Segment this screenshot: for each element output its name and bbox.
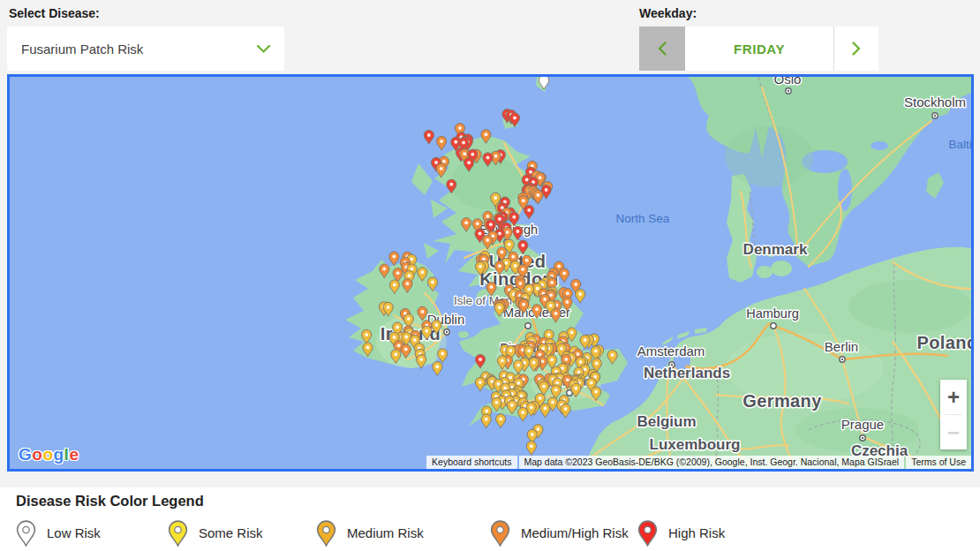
legend-title: Disease Risk Color Legend (16, 493, 980, 509)
google-logo-letter: G (19, 445, 32, 464)
map-label: North Sea (616, 212, 670, 225)
google-logo-letter: e (69, 445, 79, 464)
keyboard-shortcuts-link[interactable]: Keyboard shortcuts (426, 456, 516, 469)
legend-item: Medium Risk (316, 518, 490, 547)
legend-pin-icon (316, 518, 336, 547)
map-label: Denmark (743, 241, 808, 258)
map-attribution: Keyboard shortcuts Map data ©2023 GeoBas… (425, 456, 971, 469)
map-image: OsloStockholmBalticNorth SeaDenmarkEdinb… (10, 77, 971, 469)
map-canvas[interactable]: OsloStockholmBalticNorth SeaDenmarkEdinb… (7, 74, 974, 472)
weekday-control: FRIDAY (639, 26, 878, 71)
chevron-left-icon (658, 42, 667, 56)
legend-item: Some Risk (168, 518, 316, 547)
weekday-next-button[interactable] (833, 26, 878, 71)
map-label: Hamburg (746, 306, 799, 321)
legend-item-label: Medium Risk (347, 525, 424, 540)
legend-item: High Risk (637, 518, 779, 547)
chevron-down-icon (257, 45, 270, 53)
google-logo-letter: o (42, 445, 53, 464)
legend-pin-icon (637, 518, 658, 547)
map-label: Netherlands (644, 365, 730, 381)
disease-risk-legend: Disease Risk Color Legend Low RiskSome R… (0, 487, 980, 551)
chevron-right-icon (852, 42, 861, 56)
legend-item-label: High Risk (668, 525, 725, 540)
disease-dropdown-value: Fusarium Patch Risk (21, 42, 143, 57)
map-label: Luxembourg (650, 436, 741, 453)
map-label: Germany (743, 391, 822, 411)
terms-of-use-link[interactable]: Terms of Use (906, 456, 971, 469)
legend-pin-icon (16, 518, 36, 547)
select-disease-label: Select Disease: (9, 6, 100, 20)
map-label: Belgium (637, 413, 696, 430)
google-logo-letter: g (54, 445, 64, 464)
legend-item-label: Low Risk (47, 525, 101, 540)
map-label: Prague (841, 417, 884, 432)
map-label: Berlin (825, 339, 858, 354)
legend-item-label: Some Risk (199, 525, 263, 540)
legend-item: Low Risk (16, 518, 168, 547)
map-label: Baltic (948, 138, 971, 151)
map-label: Poland (916, 333, 971, 352)
google-logo[interactable]: Google (19, 445, 79, 464)
zoom-in-button[interactable]: + (940, 380, 967, 414)
legend-item: Medium/High Risk (490, 518, 637, 547)
map-label: Stockholm (904, 94, 966, 109)
disease-dropdown[interactable]: Fusarium Patch Risk (7, 26, 284, 71)
weekday-label: Weekday: (639, 6, 697, 20)
legend-pin-icon (168, 518, 188, 547)
legend-pin-icon (490, 518, 510, 547)
legend-item-label: Medium/High Risk (521, 525, 629, 540)
map-zoom-control: + − (940, 380, 967, 449)
map-label: Amsterdam (637, 343, 705, 359)
google-logo-letter: o (32, 445, 42, 464)
weekday-value: FRIDAY (685, 26, 833, 71)
zoom-out-button[interactable]: − (940, 415, 967, 449)
map-label: Oslo (774, 77, 802, 87)
legend-items: Low RiskSome RiskMedium RiskMedium/High … (16, 518, 980, 547)
weekday-prev-button[interactable] (639, 26, 685, 71)
map-data-text: Map data ©2023 GeoBasis-DE/BKG (©2009), … (519, 456, 905, 469)
